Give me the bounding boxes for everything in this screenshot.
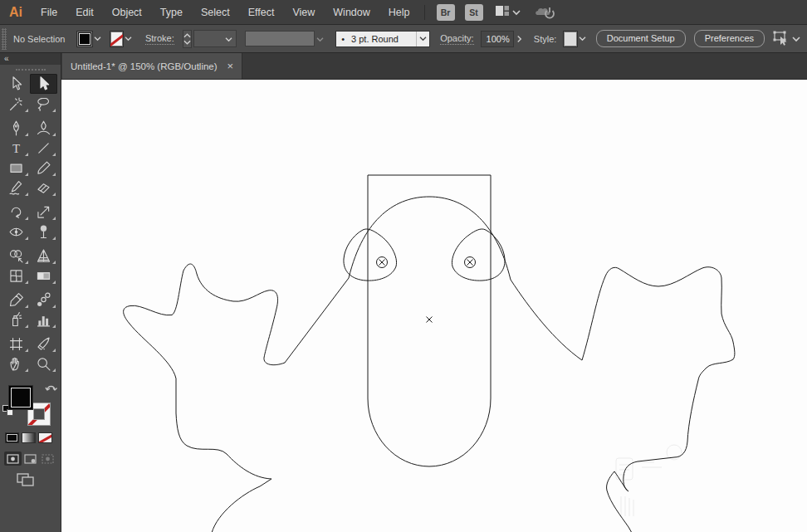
pen-icon (7, 120, 25, 137)
menu-select[interactable]: Select (192, 0, 239, 25)
brush-definition-dropdown[interactable]: • 3 pt. Round (335, 31, 430, 47)
arrange-documents-button[interactable] (495, 5, 521, 19)
tool-perspective-grid[interactable] (30, 246, 57, 266)
scale-icon (35, 203, 52, 221)
type-icon: T (7, 139, 25, 157)
gradient-button[interactable] (22, 432, 36, 443)
opacity-label[interactable]: Opacity: (440, 33, 473, 45)
menu-object[interactable]: Object (103, 0, 151, 25)
tool-eyedropper[interactable] (2, 290, 30, 310)
tool-puppet-warp[interactable] (30, 222, 57, 242)
curvature-icon (35, 120, 52, 137)
eyedropper-icon (7, 291, 25, 309)
document-tab[interactable]: Untitled-1* @ 150% (RGB/Outline) × (62, 53, 242, 79)
color-button[interactable] (5, 432, 19, 443)
tool-width[interactable] (2, 222, 30, 242)
tab-close-button[interactable]: × (227, 60, 234, 72)
menu-window[interactable]: Window (324, 0, 379, 25)
magic-wand-icon (7, 95, 25, 113)
tool-selection[interactable] (30, 74, 57, 94)
opacity-input[interactable]: 100% (481, 31, 515, 47)
center-point-marker (427, 317, 433, 323)
select-similar-button[interactable] (773, 31, 800, 47)
tool-scale[interactable] (30, 202, 57, 222)
menu-type[interactable]: Type (151, 0, 192, 25)
tool-hand[interactable] (2, 354, 30, 373)
tool-magic-wand[interactable] (2, 94, 30, 114)
style-chevron-icon[interactable] (578, 31, 588, 47)
panel-grip[interactable] (2, 28, 7, 50)
tool-paintbrush[interactable] (30, 158, 57, 178)
screen-mode-button[interactable] (17, 473, 35, 490)
menu-edit[interactable]: Edit (66, 0, 103, 25)
fill-chevron-icon[interactable] (93, 31, 103, 47)
tool-line-segment[interactable] (30, 138, 57, 158)
menu-effect[interactable]: Effect (239, 0, 284, 25)
chevron-down-icon (512, 7, 521, 18)
bridge-button[interactable]: Br (437, 4, 455, 21)
panel-collapse-button[interactable]: « (0, 53, 61, 65)
tool-mesh[interactable] (2, 266, 30, 286)
preferences-button[interactable]: Preferences (694, 30, 765, 47)
chevron-down-icon (225, 34, 232, 44)
opacity-panel-arrow-icon[interactable] (514, 31, 526, 47)
selection-status: No Selection (13, 34, 65, 44)
tool-zoom[interactable] (30, 354, 57, 373)
tool-blend[interactable] (30, 290, 57, 310)
right-eye-center-marker (465, 257, 476, 268)
tool-gradient[interactable] (30, 266, 57, 286)
canvas-artboard[interactable] (61, 80, 807, 532)
tool-symbol-sprayer[interactable] (2, 310, 30, 329)
main-menu: FileEditObjectTypeSelectEffectViewWindow… (32, 0, 419, 24)
swap-fill-stroke-icon[interactable] (45, 382, 58, 397)
tool-curvature[interactable] (30, 118, 57, 138)
brush-chevron-icon[interactable] (416, 32, 429, 46)
illustrator-logo: Ai (0, 5, 32, 20)
fill-indicator-black[interactable] (8, 385, 33, 410)
menu-bar: Ai FileEditObjectTypeSelectEffectViewWin… (0, 0, 807, 25)
menu-view[interactable]: View (283, 0, 324, 25)
draw-normal-button[interactable] (4, 451, 22, 466)
selection-icon (35, 76, 52, 93)
menu-help[interactable]: Help (379, 0, 419, 25)
tool-artboard[interactable] (2, 334, 30, 354)
stroke-weight-stepper[interactable] (183, 30, 192, 48)
tool-shape-builder[interactable] (2, 246, 30, 266)
ghost-body-path (124, 197, 735, 532)
tool-shaper[interactable] (2, 178, 30, 198)
draw-behind-button[interactable] (22, 451, 39, 466)
tool-rectangle[interactable] (2, 158, 30, 178)
none-button[interactable] (38, 432, 52, 443)
stroke-weight-label[interactable]: Stroke: (145, 33, 174, 45)
fill-color-swatch[interactable] (76, 31, 92, 47)
perspective-grid-icon (35, 247, 52, 265)
tool-column-graph[interactable] (30, 310, 57, 329)
zoom-icon (35, 355, 52, 373)
column-graph-icon (35, 311, 52, 329)
stroke-chevron-icon[interactable] (124, 31, 134, 47)
tool-type[interactable]: T (2, 138, 30, 158)
tool-rotate[interactable] (2, 202, 30, 222)
watermark (616, 445, 682, 516)
illustrator-window: Ai FileEditObjectTypeSelectEffectViewWin… (0, 0, 807, 532)
document-tab-bar: Untitled-1* @ 150% (RGB/Outline) × (61, 53, 807, 80)
stock-button[interactable]: St (465, 4, 483, 21)
drawing-mode-buttons (4, 451, 56, 466)
tools-panel: « T (0, 53, 61, 532)
body-capsule-path (368, 175, 491, 466)
draw-inside-button[interactable] (39, 451, 56, 466)
tool-pen[interactable] (2, 118, 30, 138)
tool-lasso[interactable] (30, 94, 57, 114)
stroke-color-swatch[interactable] (110, 31, 124, 47)
tool-eraser[interactable] (30, 178, 57, 198)
tool-direct-selection[interactable] (2, 74, 30, 94)
document-setup-button[interactable]: Document Setup (596, 30, 686, 47)
graphic-style-swatch[interactable] (563, 31, 577, 47)
panel-drag-grip[interactable] (16, 69, 46, 71)
width-profile-dropdown[interactable] (245, 31, 315, 46)
arrange-documents-icon (495, 5, 510, 19)
control-bar: No Selection Stroke: • 3 pt. Round (0, 25, 807, 53)
stroke-weight-dropdown[interactable] (193, 30, 237, 47)
tool-slice[interactable] (30, 334, 57, 354)
menu-file[interactable]: File (32, 0, 66, 25)
